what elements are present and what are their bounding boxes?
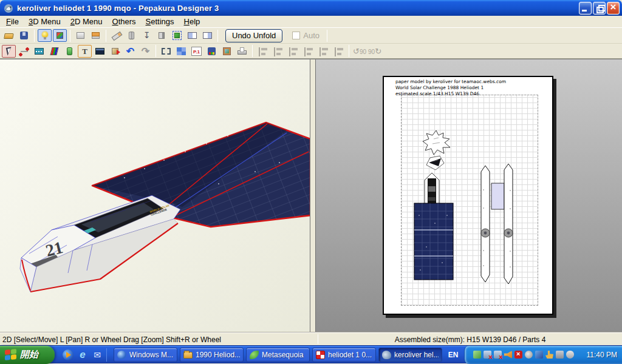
toolbar-separator: [106, 30, 106, 42]
text-tool-icon[interactable]: T: [78, 45, 92, 58]
auto-label: Auto: [303, 31, 320, 40]
fit-selection-icon[interactable]: [170, 29, 184, 42]
toolbar-separator: [34, 30, 35, 42]
menu-settings[interactable]: Settings: [141, 16, 179, 28]
auto-checkbox[interactable]: [292, 32, 300, 39]
monitor-icon[interactable]: [556, 351, 564, 359]
minimize-button[interactable]: [579, 2, 592, 15]
menu-others[interactable]: Others: [108, 16, 141, 28]
volume-icon[interactable]: [504, 351, 512, 359]
mouse-icon[interactable]: [566, 351, 574, 359]
auto-checkbox-group: Auto: [292, 31, 320, 40]
align-center-icon[interactable]: [271, 45, 285, 58]
toggle-texture-icon[interactable]: [53, 29, 67, 42]
arrange-parts-icon[interactable]: [174, 45, 188, 58]
taskbar-tasks: Windows M... 1990 Heliod... Metasequoia …: [112, 346, 443, 364]
unfolded-parts: [384, 77, 552, 314]
network-disabled-icon[interactable]: [484, 351, 491, 359]
open-box-icon[interactable]: [89, 29, 103, 42]
pepakura-designer-window: keroliver heliodet 1 1990 mqo - Pepakura…: [0, 0, 622, 364]
print-icon[interactable]: [235, 45, 249, 58]
outlook-express-icon[interactable]: ✉: [92, 349, 103, 360]
tray-clock[interactable]: 11:40 PM: [587, 351, 617, 359]
clipboard-icon[interactable]: [220, 45, 234, 58]
undo-icon[interactable]: ↶: [123, 45, 137, 58]
material-icon[interactable]: [63, 45, 77, 58]
car-body: 21 WORLD SOLAR CHALLENGE: [20, 195, 180, 292]
2d-pattern-view[interactable]: paper model by keroliver for teamaoc.web…: [316, 59, 622, 332]
edge-color-tool-icon[interactable]: [17, 45, 31, 58]
align-left-icon[interactable]: [256, 45, 270, 58]
task-metasequoia[interactable]: Metasequoia: [246, 348, 310, 362]
internet-explorer-icon[interactable]: e: [77, 349, 88, 360]
prism-icon[interactable]: [125, 29, 138, 42]
select-move-icon[interactable]: [2, 45, 16, 58]
save-icon[interactable]: [17, 29, 31, 42]
task-heliodet-viewer[interactable]: heliodet 1 0...: [312, 348, 376, 362]
task-keroliver-active[interactable]: keroliver hel...: [378, 348, 442, 362]
align-top-icon[interactable]: [301, 45, 315, 58]
menu-file[interactable]: File: [1, 16, 24, 28]
pane-splitter[interactable]: [310, 59, 316, 332]
close-button[interactable]: [607, 2, 620, 15]
export-image-icon[interactable]: [205, 45, 219, 58]
open-file-icon[interactable]: [2, 29, 16, 42]
part-canopy[interactable]: [425, 173, 439, 204]
unfold-box-icon[interactable]: [73, 29, 87, 42]
rotate-cw-90-icon[interactable]: 90↻: [367, 45, 381, 58]
toolbar-separator: [70, 30, 70, 42]
start-button[interactable]: 開始: [0, 346, 55, 364]
system-tray: 11:40 PM: [464, 346, 622, 364]
quick-launch-divider: [106, 348, 107, 362]
menu-2d[interactable]: 2D Menu: [66, 16, 108, 28]
align-bottom-icon[interactable]: [332, 45, 346, 58]
side-panel-icon[interactable]: [155, 29, 169, 42]
part-solar-panel[interactable]: [414, 203, 453, 280]
touch-input-icon[interactable]: [545, 351, 553, 359]
security-alert-icon[interactable]: [514, 351, 522, 359]
app-icon: [4, 3, 14, 13]
flip-model-icon[interactable]: ↧: [140, 29, 154, 42]
window-title: keroliver heliodet 1 1990 mqo - Pepakura…: [17, 4, 578, 13]
toggle-light-icon[interactable]: [38, 29, 52, 42]
part-deck[interactable]: [491, 183, 504, 209]
language-indicator[interactable]: EN: [445, 348, 462, 362]
align-right-icon[interactable]: [286, 45, 300, 58]
task-folder-1990-heliodet[interactable]: 1990 Heliod...: [180, 348, 244, 362]
menu-3d[interactable]: 3D Menu: [24, 16, 66, 28]
screen-capture-icon[interactable]: [93, 45, 107, 58]
select-area-icon[interactable]: [159, 45, 173, 58]
menu-help[interactable]: Help: [179, 16, 205, 28]
task-windows-media[interactable]: Windows M...: [114, 348, 177, 362]
rotate-ccw-90-icon[interactable]: ↺90: [352, 45, 366, 58]
menu-bar: File 3D Menu 2D Menu Others Settings Hel…: [0, 16, 622, 28]
part-chassis-right[interactable]: [504, 164, 513, 284]
toolbar-separator: [156, 45, 156, 57]
part-nose-unfold[interactable]: [423, 130, 450, 155]
page-number-icon[interactable]: P.1: [190, 45, 203, 58]
part-fin[interactable]: [426, 156, 444, 170]
toolbar-separator: [217, 30, 218, 42]
part-chassis-left[interactable]: [481, 166, 490, 282]
title-bar: keroliver heliodet 1 1990 mqo - Pepakura…: [0, 0, 622, 16]
redo-icon[interactable]: ↷: [138, 45, 152, 58]
pattern-page[interactable]: paper model by keroliver for teamaoc.web…: [383, 76, 553, 315]
layout-left-icon[interactable]: [185, 29, 199, 42]
removable-device-icon[interactable]: [473, 351, 481, 359]
box-3d-icon[interactable]: [108, 45, 122, 58]
toolbar-separator: [252, 45, 253, 57]
toolbar-separator: [327, 30, 327, 42]
toolbar-separator: [349, 45, 349, 57]
colored-pens-icon[interactable]: [47, 45, 61, 58]
display-settings-icon[interactable]: [535, 351, 543, 359]
speaker-icon[interactable]: [525, 351, 533, 359]
align-middle-icon[interactable]: [316, 45, 330, 58]
zipper-edge-icon[interactable]: [32, 45, 46, 58]
restore-button[interactable]: [593, 2, 606, 15]
connection-error-icon[interactable]: [494, 351, 502, 359]
edit-mode-icon[interactable]: [109, 29, 123, 42]
undo-unfold-button[interactable]: Undo Unfold: [225, 29, 282, 42]
layout-right-icon[interactable]: [200, 29, 214, 42]
3d-viewport[interactable]: 21 WORLD SOLAR CHALLENGE: [0, 59, 310, 332]
windows-media-player-icon[interactable]: [63, 349, 73, 360]
